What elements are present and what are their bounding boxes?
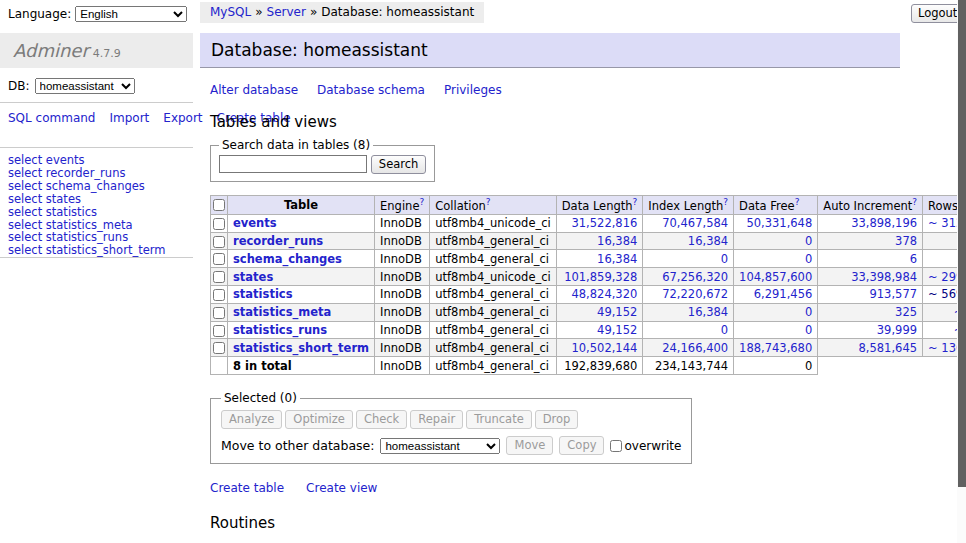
table-name-cell: statistics bbox=[228, 286, 375, 304]
move-button[interactable]: Move bbox=[506, 436, 553, 455]
help-icon[interactable]: ? bbox=[419, 197, 424, 207]
search-button[interactable]: Search bbox=[371, 155, 427, 174]
auto-increment-cell[interactable]: 378 bbox=[818, 232, 923, 250]
row-checkbox[interactable] bbox=[213, 289, 225, 301]
index-length-cell[interactable]: 67,256,320 bbox=[643, 268, 734, 286]
help-icon[interactable]: ? bbox=[912, 197, 917, 207]
data-length-cell[interactable]: 49,152 bbox=[556, 303, 643, 321]
engine-cell: InnoDB bbox=[375, 286, 430, 304]
sidebar-item-select-statistics[interactable]: select statistics bbox=[8, 206, 193, 219]
auto-increment-cell[interactable]: 6 bbox=[818, 250, 923, 268]
auto-increment-cell[interactable]: 325 bbox=[818, 303, 923, 321]
sidebar-link-export[interactable]: Export bbox=[163, 111, 202, 125]
database-schema-link[interactable]: Database schema bbox=[317, 83, 425, 97]
alter-database-link[interactable]: Alter database bbox=[210, 83, 298, 97]
row-checkbox[interactable] bbox=[213, 253, 225, 265]
table-link[interactable]: statistics bbox=[233, 287, 293, 301]
move-database-select[interactable]: homeassistant bbox=[380, 438, 500, 454]
select-all-checkbox[interactable] bbox=[213, 199, 225, 211]
db-select[interactable]: homeassistant bbox=[35, 78, 135, 94]
index-length-cell[interactable]: 16,384 bbox=[643, 232, 734, 250]
breadcrumb-mysql-link[interactable]: MySQL bbox=[210, 5, 251, 19]
sidebar-item-select-states[interactable]: select states bbox=[8, 193, 193, 206]
auto-increment-cell[interactable]: 39,999 bbox=[818, 321, 923, 339]
sidebar-item-select-recorder-runs[interactable]: select recorder_runs bbox=[8, 167, 193, 180]
table-row: statistics_short_term InnoDB utf8mb4_gen… bbox=[211, 339, 966, 357]
data-free-cell[interactable]: 0 bbox=[734, 232, 818, 250]
data-length-cell[interactable]: 16,384 bbox=[556, 232, 643, 250]
row-checkbox[interactable] bbox=[213, 307, 225, 319]
language-select[interactable]: English bbox=[75, 6, 187, 22]
repair-button[interactable]: Repair bbox=[410, 410, 463, 429]
overwrite-checkbox[interactable] bbox=[610, 440, 622, 452]
row-checkbox-cell bbox=[211, 214, 228, 232]
data-length-cell[interactable]: 101,859,328 bbox=[556, 268, 643, 286]
table-link[interactable]: states bbox=[233, 270, 273, 284]
data-free-cell[interactable]: 0 bbox=[734, 250, 818, 268]
data-length-cell[interactable]: 31,522,816 bbox=[556, 214, 643, 232]
sidebar-divider bbox=[0, 257, 193, 258]
row-checkbox[interactable] bbox=[213, 325, 225, 337]
index-length-cell[interactable]: 0 bbox=[643, 321, 734, 339]
data-free-cell[interactable]: 188,743,680 bbox=[734, 339, 818, 357]
data-free-cell[interactable]: 50,331,648 bbox=[734, 214, 818, 232]
sidebar-link-import[interactable]: Import bbox=[109, 111, 149, 125]
help-icon[interactable]: ? bbox=[486, 197, 491, 207]
index-length-cell[interactable]: 16,384 bbox=[643, 303, 734, 321]
sidebar-item-select-statistics-short-term[interactable]: select statistics_short_term bbox=[8, 244, 193, 257]
help-icon[interactable]: ? bbox=[633, 197, 638, 207]
table-link[interactable]: events bbox=[233, 216, 277, 230]
table-link[interactable]: statistics_short_term bbox=[233, 341, 369, 355]
data-free-cell[interactable]: 6,291,456 bbox=[734, 286, 818, 304]
help-icon[interactable]: ? bbox=[723, 197, 728, 207]
table-row: recorder_runs InnoDB utf8mb4_general_ci … bbox=[211, 232, 966, 250]
truncate-button[interactable]: Truncate bbox=[466, 410, 532, 429]
optimize-button[interactable]: Optimize bbox=[285, 410, 353, 429]
sidebar-item-select-schema-changes[interactable]: select schema_changes bbox=[8, 180, 193, 193]
index-length-cell[interactable]: 24,166,400 bbox=[643, 339, 734, 357]
row-checkbox[interactable] bbox=[213, 218, 225, 230]
index-length-cell[interactable]: 72,220,672 bbox=[643, 286, 734, 304]
sidebar-link-sql-command[interactable]: SQL command bbox=[8, 111, 95, 125]
table-link[interactable]: statistics_runs bbox=[233, 323, 327, 337]
drop-button[interactable]: Drop bbox=[535, 410, 579, 429]
data-length-cell[interactable]: 10,502,144 bbox=[556, 339, 643, 357]
breadcrumb-server-link[interactable]: Server bbox=[267, 5, 306, 19]
auto-increment-cell[interactable]: 33,898,196 bbox=[818, 214, 923, 232]
data-length-cell[interactable]: 48,824,320 bbox=[556, 286, 643, 304]
auto-increment-cell[interactable]: 8,581,645 bbox=[818, 339, 923, 357]
data-free-cell[interactable]: 104,857,600 bbox=[734, 268, 818, 286]
row-checkbox[interactable] bbox=[213, 271, 225, 283]
database-actions: Alter databaseDatabase schemaPrivileges bbox=[210, 83, 900, 97]
vertical-scrollbar[interactable] bbox=[957, 0, 966, 543]
row-checkbox[interactable] bbox=[213, 342, 225, 354]
auto-increment-cell[interactable]: 913,577 bbox=[818, 286, 923, 304]
auto-increment-cell[interactable]: 33,398,984 bbox=[818, 268, 923, 286]
copy-button[interactable]: Copy bbox=[559, 436, 604, 455]
index-length-cell[interactable]: 70,467,584 bbox=[643, 214, 734, 232]
data-length-cell[interactable]: 16,384 bbox=[556, 250, 643, 268]
check-button[interactable]: Check bbox=[356, 410, 407, 429]
search-input[interactable] bbox=[219, 155, 367, 173]
privileges-link[interactable]: Privileges bbox=[444, 83, 502, 97]
table-link[interactable]: schema_changes bbox=[233, 252, 342, 266]
create-table-link[interactable]: Create table bbox=[210, 481, 284, 495]
data-free-cell[interactable]: 0 bbox=[734, 303, 818, 321]
index-length-cell[interactable]: 0 bbox=[643, 250, 734, 268]
scrollbar-thumb[interactable] bbox=[958, 0, 966, 487]
create-view-link[interactable]: Create view bbox=[306, 481, 377, 495]
table-link[interactable]: recorder_runs bbox=[233, 234, 323, 248]
sidebar-item-select-events[interactable]: select events bbox=[8, 154, 193, 167]
routines-heading: Routines bbox=[210, 514, 900, 532]
header-data-free: Data Free? bbox=[734, 196, 818, 215]
table-link[interactable]: statistics_meta bbox=[233, 305, 331, 319]
language-label: Language: bbox=[8, 7, 71, 21]
analyze-button[interactable]: Analyze bbox=[221, 410, 282, 429]
total-spacer bbox=[818, 357, 966, 375]
total-index-length-cell: 234,143,744 bbox=[643, 357, 734, 375]
data-length-cell[interactable]: 49,152 bbox=[556, 321, 643, 339]
row-checkbox[interactable] bbox=[213, 236, 225, 248]
data-free-cell[interactable]: 0 bbox=[734, 321, 818, 339]
help-icon[interactable]: ? bbox=[795, 197, 800, 207]
move-label: Move to other database: bbox=[221, 438, 374, 453]
